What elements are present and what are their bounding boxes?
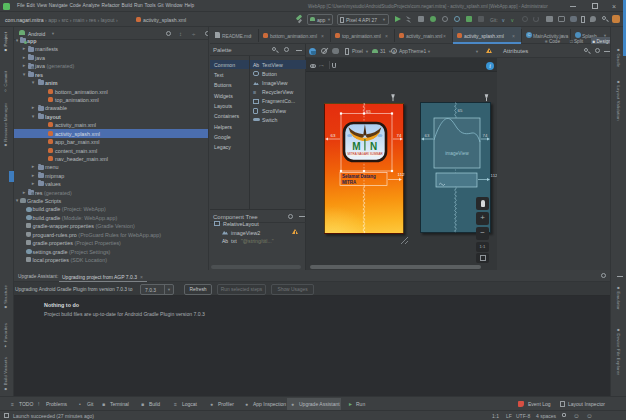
svg-text:65: 65 — [366, 109, 371, 114]
svg-text:63: 63 — [425, 133, 430, 138]
svg-text:M: M — [352, 141, 360, 152]
svg-text:N: N — [370, 141, 377, 152]
svg-text:74: 74 — [397, 133, 402, 138]
svg-text:Selamat Datang: Selamat Datang — [342, 174, 376, 179]
svg-text:MITRA: MITRA — [342, 180, 357, 185]
svg-text:74: 74 — [483, 133, 488, 138]
svg-text:112: 112 — [398, 172, 405, 177]
svg-text:65: 65 — [458, 108, 463, 113]
svg-text:63: 63 — [331, 133, 336, 138]
svg-text:imageView: imageView — [445, 151, 469, 156]
svg-text:MITRA NAGARI SUMBAR: MITRA NAGARI SUMBAR — [347, 152, 383, 156]
